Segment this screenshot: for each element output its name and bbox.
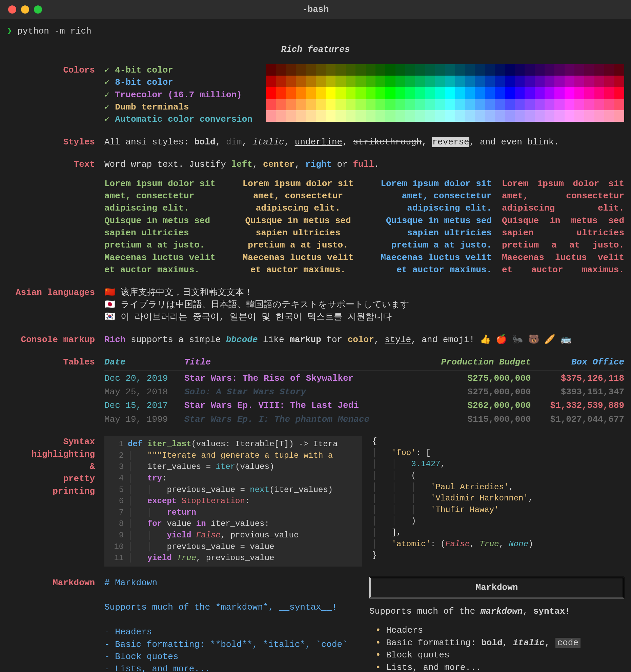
lorem-left: Lorem ipsum dolor sit amet, consectetur … — [104, 178, 227, 276]
markup-p3: for — [321, 335, 348, 345]
features-title: Rich features — [7, 43, 624, 56]
pprint-line: } — [372, 550, 624, 561]
pprint-line: { — [372, 436, 624, 447]
table-row: May 25, 2018Solo: A Star Wars Story$275,… — [104, 384, 624, 398]
pprint-line: │ │ │ 'Paul Atriedies', — [372, 481, 624, 493]
section-syntax-label: Syntax highlighting & pretty printing — [7, 436, 95, 497]
markup-markup: markup — [289, 335, 321, 345]
pprint-line: │ │ │ 'Thufir Haway' — [372, 504, 624, 516]
prompt-command: python -m rich — [17, 26, 91, 36]
section-styles-label: Styles — [7, 136, 95, 148]
md-p1: Supports much of the — [369, 606, 481, 616]
markdown-list: HeadersBasic formatting: bold, italic, c… — [369, 624, 624, 672]
markup-color: color — [348, 335, 374, 345]
text-right: right — [305, 159, 332, 170]
list-item: Headers — [375, 624, 624, 636]
styles-dim: dim — [226, 137, 242, 147]
titlebar: -bash — [0, 0, 631, 19]
zoom-button[interactable] — [34, 5, 42, 14]
pretty-print: {│ 'foo': [│ │ 3.1427,│ │ (│ │ │ 'Paul A… — [372, 436, 624, 567]
text-center: center — [263, 159, 295, 170]
code-line: 4│ try: — [109, 473, 357, 484]
markup-bbcode: bbcode — [226, 335, 258, 345]
section-markup: Rich supports a simple bbcode like marku… — [104, 334, 624, 346]
code-line: 8│ for value in iter_values: — [109, 518, 357, 530]
markdown-header-box: Markdown — [369, 577, 624, 598]
md-italic: markdown — [481, 606, 523, 616]
asian-kr: 이 라이브러리는 중국어, 일본어 및 한국어 텍스트를 지원합니다 — [121, 312, 392, 322]
prompt-char: ❯ — [7, 26, 12, 36]
table-row: Dec 20, 2019Star Wars: The Rise of Skywa… — [104, 371, 624, 384]
styles-underline: underline — [295, 137, 342, 147]
colors-item: ✓ 4-bit color — [104, 64, 252, 76]
th-date: Date — [104, 356, 184, 371]
pprint-line: │ 'atomic': (False, True, None) — [372, 538, 624, 550]
code-line: 10│ │ previous_value = value — [109, 541, 357, 553]
minimize-button[interactable] — [21, 5, 29, 14]
markdown-src-line: - Lists, and more... — [104, 663, 359, 672]
md-bold: syntax — [533, 606, 565, 616]
pprint-line: │ │ │ 'Vladimir Harkonnen', — [372, 493, 624, 504]
styles-strike: strikethrough — [353, 137, 422, 147]
section-markup-label: Console markup — [7, 334, 95, 346]
md-p2: , — [523, 606, 533, 616]
flag-jp-icon: 🇯🇵 — [104, 300, 115, 310]
pprint-line: │ │ 3.1427, — [372, 458, 624, 470]
styles-suffix: , and even blink. — [469, 137, 559, 147]
colors-item: ✓ Truecolor (16.7 million) — [104, 89, 252, 101]
window-title: -bash — [302, 3, 329, 16]
section-markdown-label: Markdown — [7, 577, 95, 589]
markup-emojis-icon: 👍 🍎 🐜 🐻 🥖 🚌 — [480, 335, 571, 345]
markup-p5: , and emoji! — [411, 335, 480, 345]
lorem-center: Lorem ipsum dolor sit amet, consectetur … — [237, 178, 359, 276]
code-line: 2│ """Iterate and generate a tuple with … — [109, 450, 357, 461]
text-dot: . — [374, 159, 380, 170]
pprint-line: │ ], — [372, 527, 624, 538]
text-line: Word wrap text. Justify — [104, 159, 231, 170]
list-item: Basic formatting: bold, italic, code — [375, 637, 624, 649]
code-block: 1def iter_last(values: Iterable[T]) -> I… — [104, 436, 362, 567]
markdown-src-line — [104, 614, 359, 626]
colors-list: ✓ 4-bit color✓ 8-bit color✓ Truecolor (1… — [104, 64, 252, 126]
code-line: 5│ │ previous_value = next(iter_values) — [109, 484, 357, 496]
table-row: May 19, 1999Star Wars Ep. I: The phantom… — [104, 412, 624, 426]
code-line: 6│ except StopIteration: — [109, 495, 357, 507]
movies-table: Date Title Production Budget Box Office … — [104, 356, 624, 426]
markup-style: style — [385, 335, 411, 345]
colors-item: ✓ Dumb terminals — [104, 101, 252, 113]
flag-cn-icon: 🇨🇳 — [104, 288, 115, 298]
section-asian: 🇨🇳 该库支持中文，日文和韩文文本！ 🇯🇵 ライブラリは中国語、日本語、韓国語の… — [104, 286, 624, 323]
prompt-line: ❯ python -m rich — [7, 25, 624, 37]
text-or: or — [332, 159, 353, 170]
terminal-viewport[interactable]: ❯ python -m rich Rich features Colors ✓ … — [0, 19, 631, 672]
text-left: left — [231, 159, 252, 170]
code-line: 7│ │ return — [109, 507, 357, 518]
styles-prefix: All ansi styles: — [104, 137, 194, 147]
color-spectrum — [266, 64, 624, 122]
list-item: Lists, and more... — [375, 661, 624, 672]
section-colors: ✓ 4-bit color✓ 8-bit color✓ Truecolor (1… — [104, 64, 624, 126]
markdown-src-line: # Markdown — [104, 577, 359, 589]
markdown-source: # Markdown Supports much of the *markdow… — [104, 577, 359, 672]
text-full: full — [353, 159, 374, 170]
code-line: 9│ │ yield False, previous_value — [109, 530, 357, 541]
code-line: 1def iter_last(values: Iterable[T]) -> I… — [109, 438, 357, 450]
pprint-line: │ │ ( — [372, 470, 624, 481]
section-tables-label: Tables — [7, 356, 95, 368]
th-title: Title — [184, 356, 418, 371]
markdown-paragraph: Supports much of the markdown, syntax! — [369, 605, 624, 617]
markdown-src-line — [104, 589, 359, 601]
styles-italic: italic — [252, 137, 284, 147]
colors-item: ✓ Automatic color conversion — [104, 113, 252, 125]
markdown-src-line: - Basic formatting: **bold**, *italic*, … — [104, 638, 359, 651]
styles-reverse: reverse — [432, 137, 469, 147]
close-button[interactable] — [8, 5, 16, 14]
code-line: 3│ iter_values = iter(values) — [109, 461, 357, 473]
th-box: Box Office — [531, 356, 624, 371]
markdown-src-line: - Headers — [104, 626, 359, 638]
pprint-line: │ 'foo': [ — [372, 447, 624, 459]
table-row: Dec 15, 2017Star Wars Ep. VIII: The Last… — [104, 398, 624, 412]
markup-rich: Rich — [104, 335, 125, 345]
section-asian-label: Asian languages — [7, 286, 95, 299]
flag-kr-icon: 🇰🇷 — [104, 312, 115, 322]
